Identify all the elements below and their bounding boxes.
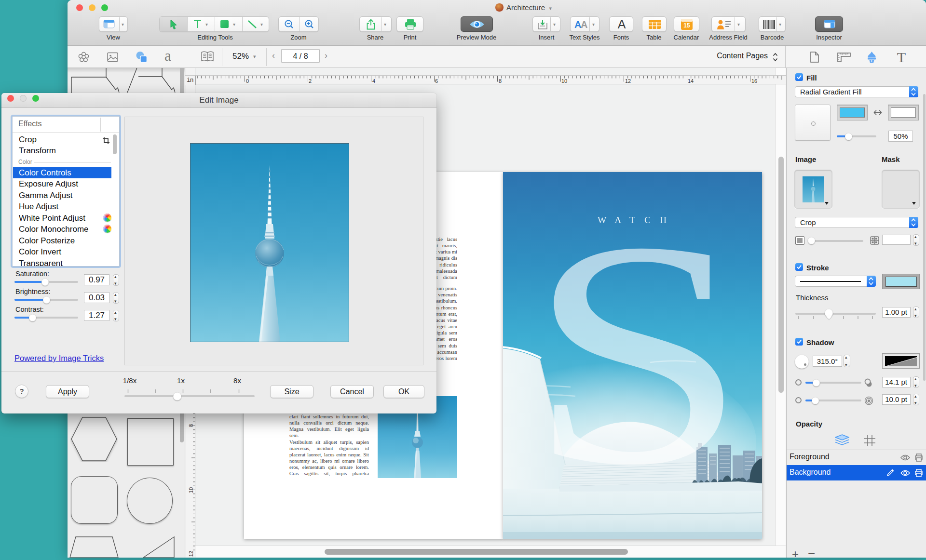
svg-text:WATCH: WATCH — [598, 215, 676, 225]
svg-text:S: S — [528, 175, 748, 532]
svg-text:A: A — [581, 19, 587, 29]
svg-text:10: 10 — [188, 487, 194, 493]
svg-text:8: 8 — [188, 424, 194, 427]
svg-text:12: 12 — [188, 551, 194, 557]
svg-text:15: 15 — [683, 22, 690, 29]
